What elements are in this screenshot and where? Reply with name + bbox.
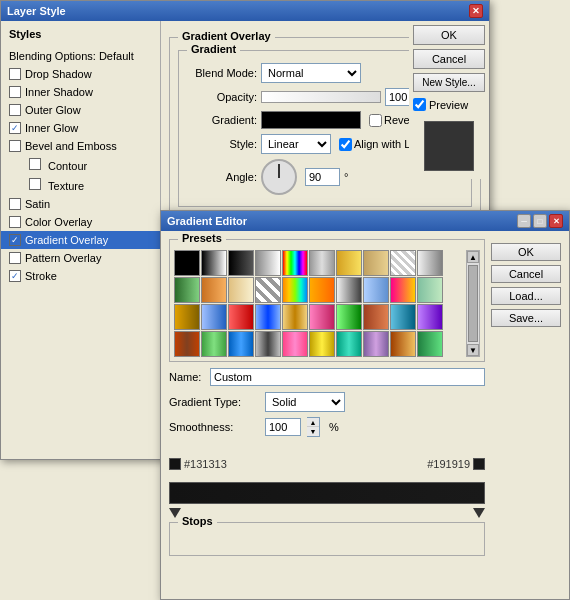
preview-checkbox[interactable] — [413, 98, 426, 111]
gradient-overlay-checkbox[interactable]: ✓ — [9, 234, 21, 246]
preset-item[interactable] — [417, 331, 443, 357]
preset-item[interactable] — [282, 250, 308, 276]
texture-checkbox[interactable] — [29, 178, 41, 190]
preset-item[interactable] — [174, 277, 200, 303]
smoothness-input[interactable] — [265, 418, 301, 436]
preset-item[interactable] — [390, 304, 416, 330]
preset-item[interactable] — [390, 277, 416, 303]
ok-button[interactable]: OK — [413, 25, 485, 45]
scroll-up-arrow[interactable]: ▲ — [467, 251, 479, 263]
preset-item[interactable] — [363, 277, 389, 303]
outer-glow-checkbox[interactable] — [9, 104, 21, 116]
sidebar-item-color-overlay[interactable]: Color Overlay — [1, 213, 160, 231]
smoothness-spinner[interactable]: ▲ ▼ — [307, 417, 320, 437]
scroll-down-arrow[interactable]: ▼ — [467, 344, 479, 356]
preset-item[interactable] — [228, 250, 254, 276]
drop-shadow-checkbox[interactable] — [9, 68, 21, 80]
preset-item[interactable] — [255, 331, 281, 357]
inner-glow-checkbox[interactable]: ✓ — [9, 122, 21, 134]
preset-item[interactable] — [228, 277, 254, 303]
smooth-down-arrow[interactable]: ▼ — [307, 427, 319, 436]
preset-item[interactable] — [282, 304, 308, 330]
preset-item[interactable] — [228, 331, 254, 357]
ge-ok-button[interactable]: OK — [491, 243, 561, 261]
sidebar-item-inner-glow[interactable]: ✓ Inner Glow — [1, 119, 160, 137]
minimize-icon[interactable]: ─ — [517, 214, 531, 228]
preset-item[interactable] — [309, 277, 335, 303]
preset-item[interactable] — [336, 331, 362, 357]
preset-item[interactable] — [363, 304, 389, 330]
ge-cancel-button[interactable]: Cancel — [491, 265, 561, 283]
preset-item[interactable] — [201, 331, 227, 357]
preset-item[interactable] — [309, 304, 335, 330]
bevel-emboss-checkbox[interactable] — [9, 140, 21, 152]
gradient-main-bar[interactable] — [169, 482, 485, 504]
color-overlay-checkbox[interactable] — [9, 216, 21, 228]
reverse-checkbox[interactable] — [369, 114, 382, 127]
preset-item[interactable] — [417, 250, 443, 276]
cancel-button[interactable]: Cancel — [413, 49, 485, 69]
sidebar-item-pattern-overlay[interactable]: Pattern Overlay — [1, 249, 160, 267]
sidebar-blending-options[interactable]: Blending Options: Default — [1, 47, 160, 65]
preset-item[interactable] — [417, 277, 443, 303]
preset-item[interactable] — [390, 331, 416, 357]
sidebar-item-gradient-overlay[interactable]: ✓ Gradient Overlay — [1, 231, 160, 249]
new-style-button[interactable]: New Style... — [413, 73, 485, 92]
ge-body: Presets — [161, 231, 569, 564]
preset-item[interactable] — [336, 277, 362, 303]
close-icon[interactable]: ✕ — [469, 4, 483, 18]
preset-item[interactable] — [390, 250, 416, 276]
preset-item[interactable] — [174, 250, 200, 276]
preset-item[interactable] — [282, 277, 308, 303]
angle-input[interactable] — [305, 168, 340, 186]
ge-load-button[interactable]: Load... — [491, 287, 561, 305]
opacity-slider[interactable] — [261, 91, 381, 103]
preset-item[interactable] — [201, 250, 227, 276]
preset-item[interactable] — [282, 331, 308, 357]
preset-item[interactable] — [255, 304, 281, 330]
preset-item[interactable] — [336, 250, 362, 276]
inner-shadow-checkbox[interactable] — [9, 86, 21, 98]
preset-item[interactable] — [363, 331, 389, 357]
gradient-type-select[interactable]: Solid Noise — [265, 392, 345, 412]
preset-item[interactable] — [417, 304, 443, 330]
sidebar-item-satin[interactable]: Satin — [1, 195, 160, 213]
preset-item[interactable] — [336, 304, 362, 330]
preset-item[interactable] — [201, 277, 227, 303]
sidebar-item-stroke[interactable]: ✓ Stroke — [1, 267, 160, 285]
blend-mode-select[interactable]: Normal — [261, 63, 361, 83]
gradient-editor-title: Gradient Editor — [167, 215, 247, 227]
sidebar-item-bevel-emboss[interactable]: Bevel and Emboss — [1, 137, 160, 155]
sidebar-item-contour[interactable]: Contour — [1, 155, 160, 175]
satin-checkbox[interactable] — [9, 198, 21, 210]
angle-dial[interactable] — [261, 159, 297, 195]
gradient-preview-bar[interactable] — [261, 111, 361, 129]
ge-close-icon[interactable]: ✕ — [549, 214, 563, 228]
preset-item[interactable] — [255, 250, 281, 276]
sidebar-item-outer-glow[interactable]: Outer Glow — [1, 101, 160, 119]
align-layer-checkbox[interactable] — [339, 138, 352, 151]
maximize-icon[interactable]: □ — [533, 214, 547, 228]
contour-checkbox[interactable] — [29, 158, 41, 170]
sidebar-item-drop-shadow[interactable]: Drop Shadow — [1, 65, 160, 83]
right-color-stop[interactable] — [473, 508, 485, 518]
preset-item[interactable] — [174, 331, 200, 357]
smooth-up-arrow[interactable]: ▲ — [307, 418, 319, 427]
preset-item[interactable] — [228, 304, 254, 330]
style-select[interactable]: Linear — [261, 134, 331, 154]
right-stop-swatch[interactable] — [473, 458, 485, 470]
preset-item[interactable] — [174, 304, 200, 330]
scroll-thumb[interactable] — [468, 265, 478, 342]
pattern-overlay-checkbox[interactable] — [9, 252, 21, 264]
preset-item[interactable] — [363, 250, 389, 276]
sidebar-item-inner-shadow[interactable]: Inner Shadow — [1, 83, 160, 101]
sidebar-item-texture[interactable]: Texture — [1, 175, 160, 195]
preset-item[interactable] — [309, 331, 335, 357]
left-stop-swatch[interactable] — [169, 458, 181, 470]
preset-item[interactable] — [201, 304, 227, 330]
preset-item[interactable] — [309, 250, 335, 276]
preset-item[interactable] — [255, 277, 281, 303]
name-input[interactable] — [210, 368, 485, 386]
ge-save-button[interactable]: Save... — [491, 309, 561, 327]
stroke-checkbox[interactable]: ✓ — [9, 270, 21, 282]
